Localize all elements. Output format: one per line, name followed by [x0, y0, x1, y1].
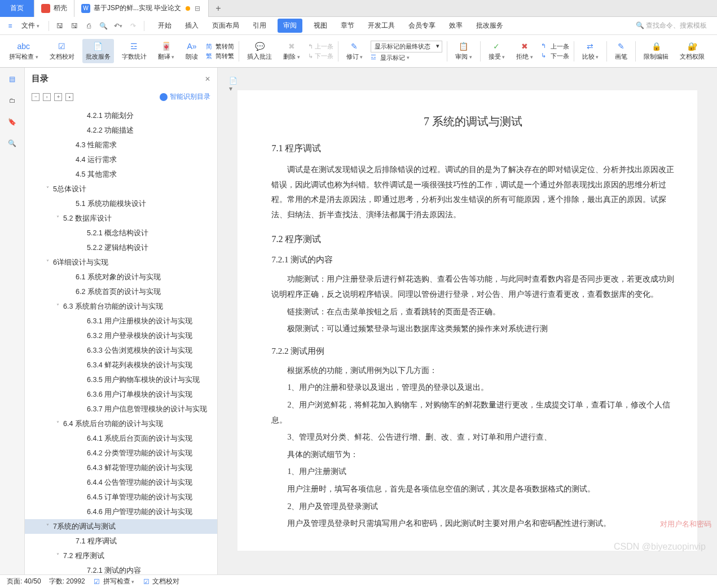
collapse-all-icon[interactable]: － — [32, 93, 39, 101]
translate-button[interactable]: 🀄翻译 — [155, 41, 178, 61]
word-count[interactable]: 字数: 20992 — [49, 577, 85, 586]
simp-to-trad-button[interactable]: 繁简转繁 — [206, 52, 234, 60]
toc-item[interactable]: 6.3.3 公告浏览模块的设计与实现 — [25, 343, 217, 358]
toc-item[interactable]: 6.4.1 系统后台页面的设计与实现 — [25, 431, 217, 446]
toc-item[interactable]: ˅5.2 数据库设计 — [25, 211, 217, 226]
outline-icon[interactable]: ▤ — [7, 73, 18, 85]
toc-item[interactable]: 6.4.4 公告管理功能的设计与实现 — [25, 475, 217, 490]
expand-all-icon[interactable]: ＋ — [54, 93, 62, 101]
print-preview-icon[interactable]: 🔍 — [98, 20, 110, 32]
toc-item[interactable]: 6.3.4 鲜花列表模块的设计与实现 — [25, 358, 217, 372]
restrict-edit-button[interactable]: 🔒限制编辑 — [640, 41, 672, 61]
toc-item[interactable]: 5.2.1 概念结构设计 — [25, 226, 217, 240]
save-icon[interactable]: 🖫 — [54, 20, 66, 32]
document-viewport[interactable]: 📄▾ 7 系统的调试与测试 7.1 程序调试 调试是在测试发现错误之后排除错误的… — [218, 68, 717, 574]
status-proof[interactable]: ☑文档校对 — [142, 577, 179, 586]
chevron-down-icon[interactable]: ˅ — [46, 522, 53, 531]
proof-button[interactable]: ☑文档校对 — [46, 41, 78, 61]
menu-tab-ref[interactable]: 引用 — [250, 19, 269, 33]
tab-promo[interactable]: 稻壳 — [34, 0, 74, 17]
toc-item[interactable]: 6.3.5 用户购物车模块的设计与实现 — [25, 372, 217, 387]
menu-tab-chapter[interactable]: 章节 — [338, 19, 357, 33]
toc-item[interactable]: 4.4 运行需求 — [25, 152, 217, 167]
toc-item[interactable]: 6.3.6 用户订单模块的设计与实现 — [25, 387, 217, 402]
menu-tab-view[interactable]: 视图 — [311, 19, 329, 33]
review-pane-button[interactable]: 📋审阅 — [452, 41, 476, 61]
chevron-down-icon[interactable]: ˅ — [56, 214, 63, 223]
redo-icon[interactable]: ↷ — [127, 20, 139, 32]
toc-item[interactable]: ˅6详细设计与实现 — [25, 255, 217, 270]
reject-button[interactable]: ✖拒绝 — [513, 41, 536, 61]
toc-item[interactable]: 7.2.1 测试的内容 — [25, 563, 217, 574]
toc-item[interactable]: 6.3.1 用户注册模块的设计与实现 — [25, 314, 217, 328]
undo-icon[interactable]: ↶ — [112, 20, 125, 32]
menu-tab-review[interactable]: 审阅 — [278, 19, 302, 33]
menu-tab-member[interactable]: 会员专享 — [406, 19, 438, 33]
tab-document[interactable]: W 基于JSP的鲜...实现 毕业论文 ⊟ — [74, 0, 209, 17]
menu-tab-eff[interactable]: 效率 — [447, 19, 465, 33]
toc-item[interactable]: 6.4.2 分类管理功能的设计与实现 — [25, 446, 217, 460]
toc-item[interactable]: 5.1 系统功能模块设计 — [25, 196, 217, 211]
save-as-icon[interactable]: 🖫 — [68, 20, 81, 32]
toc-item[interactable]: 4.5 其他需求 — [25, 167, 217, 182]
menu-tab-correction[interactable]: 批改服务 — [474, 19, 505, 33]
compare-button[interactable]: ⇄比较 — [579, 41, 602, 61]
tab-add[interactable]: + — [209, 3, 227, 14]
insert-comment-button[interactable]: 💬插入批注 — [244, 41, 275, 61]
toc-item[interactable]: 6.3.2 用户登录模块的设计与实现 — [25, 328, 217, 343]
chevron-down-icon[interactable]: ˅ — [56, 551, 63, 560]
toc-item[interactable]: 6.3.7 用户信息管理模块的设计与实现 — [25, 402, 217, 416]
doc-permission-button[interactable]: 🔐文档权限 — [676, 41, 708, 61]
expand-icon[interactable]: ▪ — [65, 93, 73, 101]
toc-item[interactable]: 4.2.1 功能划分 — [25, 108, 217, 123]
collapse-icon[interactable]: ▫ — [43, 93, 51, 101]
prev-comment-button[interactable]: ↰上一条 — [308, 42, 333, 51]
toc-item[interactable]: ˅7.2 程序测试 — [25, 548, 217, 563]
toc-item[interactable]: 6.1 系统对象的设计与实现 — [25, 270, 217, 284]
close-icon[interactable]: ⊟ — [193, 5, 201, 12]
accept-button[interactable]: ✓接受 — [485, 41, 509, 61]
tab-home[interactable]: 首页 — [0, 0, 34, 17]
review-service-button[interactable]: 📄批改服务 — [82, 39, 114, 63]
folder-icon[interactable]: 🗀 — [7, 95, 18, 106]
toc-item[interactable]: 6.4.6 用户管理功能的设计与实现 — [25, 504, 217, 519]
toc-item[interactable]: 6.2 系统首页的设计与实现 — [25, 284, 217, 299]
chevron-down-icon[interactable]: ˅ — [46, 258, 53, 267]
chevron-down-icon[interactable]: ˅ — [46, 185, 53, 194]
spell-check-button[interactable]: abc拼写检查 — [6, 41, 42, 61]
pen-button[interactable]: ✎画笔 — [612, 41, 631, 61]
menu-tab-layout[interactable]: 页面布局 — [210, 19, 241, 33]
toc-item[interactable]: 4.3 性能需求 — [25, 138, 217, 152]
toc-item[interactable]: ˅6.3 系统前台功能的设计与实现 — [25, 299, 217, 314]
toc-item[interactable]: ˅7系统的调试与测试 — [25, 519, 217, 534]
toc-item[interactable]: ˅5总体设计 — [25, 182, 217, 196]
chevron-down-icon[interactable]: ˅ — [56, 419, 63, 428]
page-options-icon[interactable]: 📄▾ — [229, 77, 239, 87]
smart-toc-button[interactable]: 智能识别目录 — [160, 92, 210, 102]
search-input[interactable]: 🔍 查找命令、搜索模板 — [631, 20, 711, 32]
status-spell-check[interactable]: ☑拼写检查 — [93, 577, 135, 586]
print-icon[interactable]: ⎙ — [83, 20, 95, 32]
chevron-down-icon[interactable]: ˅ — [56, 302, 63, 311]
search-icon[interactable]: 🔍 — [7, 138, 18, 149]
page-indicator[interactable]: 页面: 40/50 — [7, 577, 41, 586]
next-change-button[interactable]: ↳下一条 — [541, 52, 569, 60]
next-comment-button[interactable]: ↳下一条 — [308, 52, 333, 60]
word-count-button[interactable]: ☲字数统计 — [118, 41, 150, 61]
toc-item[interactable]: 5.2.2 逻辑结构设计 — [25, 240, 217, 255]
toc-item[interactable]: 6.4.3 鲜花管理功能的设计与实现 — [25, 460, 217, 475]
markup-display-select[interactable]: 显示标记的最终状态 — [371, 41, 442, 52]
hamburger-icon[interactable]: ≡ — [6, 21, 15, 30]
file-menu[interactable]: 文件 — [21, 21, 39, 30]
toc-item[interactable]: 6.4.5 订单管理功能的设计与实现 — [25, 490, 217, 504]
menu-tab-dev[interactable]: 开发工具 — [366, 19, 397, 33]
track-changes-button[interactable]: ✎修订 — [343, 41, 367, 61]
menu-tab-insert[interactable]: 插入 — [183, 19, 201, 33]
read-aloud-button[interactable]: A»朗读 — [182, 41, 201, 61]
show-markup-button[interactable]: ☲显示标记 — [371, 54, 442, 62]
bookmark-icon[interactable]: 🔖 — [7, 116, 18, 128]
trad-to-simp-button[interactable]: 简繁转简 — [206, 42, 234, 51]
toc-item[interactable]: 7.1 程序调试 — [25, 534, 217, 548]
close-panel-icon[interactable]: ✕ — [205, 75, 210, 83]
delete-comment-button[interactable]: ✖删除 — [280, 41, 303, 61]
